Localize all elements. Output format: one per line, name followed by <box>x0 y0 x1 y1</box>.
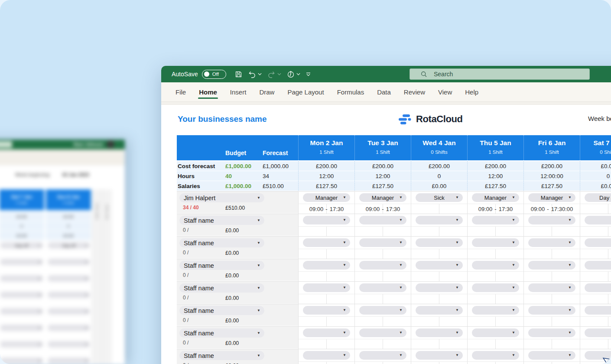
ribbon-tab-home[interactable]: Home <box>192 82 224 101</box>
shift-role-dropdown[interactable]: ▼ <box>585 216 611 224</box>
shift-end-cell[interactable] <box>496 272 524 281</box>
shift-start-cell[interactable] <box>299 294 327 304</box>
shift-end-cell[interactable] <box>496 317 524 326</box>
shift-role-dropdown[interactable]: ▼ <box>528 216 575 224</box>
shift-role-dropdown[interactable]: ▼ <box>528 283 575 292</box>
shift-role-dropdown[interactable]: ▼ <box>585 328 611 337</box>
shift-start-cell[interactable] <box>524 249 552 259</box>
staff-name-dropdown[interactable]: Staff name▼ <box>179 328 264 338</box>
staff-name-dropdown[interactable]: Staff name▼ <box>179 216 264 225</box>
shift-start-cell[interactable] <box>299 227 327 236</box>
ribbon-tab-page-layout[interactable]: Page Layout <box>281 82 330 101</box>
shift-start-cell[interactable] <box>468 362 496 364</box>
shift-start-cell[interactable] <box>299 272 327 281</box>
shift-start-cell[interactable] <box>411 272 439 281</box>
touch-mode-button[interactable] <box>287 70 300 78</box>
shift-role-dropdown[interactable]: Manager▼ <box>303 193 350 202</box>
shift-end-cell[interactable] <box>552 249 580 259</box>
ribbon-tab-view[interactable]: View <box>432 82 458 101</box>
shift-start-cell[interactable] <box>524 227 552 236</box>
shift-end-cell[interactable] <box>496 227 524 236</box>
shift-start-cell[interactable] <box>580 294 608 304</box>
shift-start-cell[interactable] <box>355 339 383 349</box>
shift-end-cell[interactable] <box>439 204 468 214</box>
shift-role-dropdown[interactable]: ▼ <box>359 238 406 247</box>
shift-end-cell[interactable] <box>552 294 580 304</box>
shift-end-cell[interactable] <box>496 294 524 304</box>
shift-end-cell[interactable] <box>327 227 355 236</box>
shift-start-cell[interactable] <box>580 317 608 326</box>
shift-role-dropdown[interactable]: ▼ <box>303 238 350 247</box>
shift-role-dropdown[interactable]: ▼ <box>585 261 611 270</box>
shift-start-cell[interactable] <box>524 362 552 364</box>
staff-name-dropdown[interactable]: Staff name▼ <box>179 261 264 270</box>
shift-end-cell[interactable] <box>439 227 468 236</box>
shift-end-cell[interactable] <box>608 362 611 364</box>
staff-name-dropdown[interactable]: Staff name▼ <box>179 306 264 315</box>
shift-end-cell[interactable] <box>439 362 468 364</box>
staff-name-dropdown[interactable]: Staff name▼ <box>179 351 264 360</box>
shift-end-cell[interactable] <box>608 317 611 326</box>
shift-role-dropdown[interactable]: ▼ <box>359 306 406 315</box>
shift-start-cell[interactable] <box>299 339 327 349</box>
shift-role-dropdown[interactable]: ▼ <box>528 306 575 315</box>
shift-role-dropdown[interactable]: ▼ <box>359 216 406 224</box>
shift-role-dropdown[interactable]: ▼ <box>359 283 406 292</box>
shift-end-cell[interactable] <box>383 294 411 304</box>
shift-end-cell[interactable] <box>552 227 580 236</box>
shift-role-dropdown[interactable]: ▼ <box>416 328 463 337</box>
shift-role-dropdown[interactable]: ▼ <box>416 283 463 292</box>
shift-start-cell[interactable] <box>468 339 496 349</box>
shift-end-cell[interactable] <box>439 317 468 326</box>
shift-role-dropdown[interactable]: ▼ <box>472 216 519 224</box>
shift-start-cell[interactable] <box>355 317 383 326</box>
shift-role-dropdown[interactable]: ▼ <box>472 351 519 360</box>
shift-role-dropdown[interactable]: ▼ <box>585 283 611 292</box>
shift-role-dropdown[interactable]: Manager▼ <box>359 193 406 202</box>
shift-role-dropdown[interactable]: ▼ <box>416 216 463 224</box>
shift-end-cell[interactable] <box>327 339 355 349</box>
shift-role-dropdown[interactable]: ▼ <box>472 261 519 270</box>
shift-role-dropdown[interactable]: ▼ <box>303 306 350 315</box>
shift-role-dropdown[interactable]: ▼ <box>528 238 575 247</box>
shift-start-cell[interactable] <box>524 317 552 326</box>
shift-end-cell[interactable] <box>608 294 611 304</box>
ribbon-tab-insert[interactable]: Insert <box>224 82 253 101</box>
shift-start-cell[interactable] <box>355 249 383 259</box>
ribbon-tab-draw[interactable]: Draw <box>253 82 281 101</box>
shift-role-dropdown[interactable]: ▼ <box>303 351 350 360</box>
shift-end-cell[interactable] <box>496 339 524 349</box>
shift-role-dropdown[interactable]: ▼ <box>359 328 406 337</box>
redo-button[interactable] <box>267 71 281 78</box>
shift-start-cell[interactable] <box>524 272 552 281</box>
shift-end-cell[interactable] <box>327 249 355 259</box>
search-box[interactable]: Search <box>410 68 590 80</box>
shift-role-dropdown[interactable]: ▼ <box>359 261 406 270</box>
shift-end-cell[interactable] <box>439 339 468 349</box>
shift-end-cell[interactable] <box>383 249 411 259</box>
staff-name-dropdown[interactable]: Staff name▼ <box>179 283 264 292</box>
business-name-title[interactable]: Your businesses name <box>178 114 267 124</box>
shift-role-dropdown[interactable]: ▼ <box>303 328 350 337</box>
shift-end-cell[interactable] <box>383 227 411 236</box>
shift-end-cell[interactable] <box>552 362 580 364</box>
staff-name-dropdown[interactable]: Staff name▼ <box>179 238 264 247</box>
shift-end-cell[interactable] <box>439 294 468 304</box>
shift-start-cell[interactable] <box>355 227 383 236</box>
save-button[interactable] <box>235 71 242 78</box>
shift-role-dropdown[interactable]: ▼ <box>472 328 519 337</box>
shift-start-cell[interactable] <box>580 204 608 214</box>
shift-role-dropdown[interactable]: ▼ <box>303 261 350 270</box>
shift-end-cell[interactable] <box>496 249 524 259</box>
shift-role-dropdown[interactable]: Manager▼ <box>472 193 519 202</box>
shift-end-cell[interactable] <box>608 204 611 214</box>
shift-end-cell[interactable] <box>608 272 611 281</box>
shift-start-cell[interactable] <box>355 362 383 364</box>
staff-name-dropdown[interactable]: Jim Halpert▼ <box>179 193 264 202</box>
shift-end-cell[interactable] <box>383 317 411 326</box>
undo-button[interactable] <box>248 71 262 78</box>
shift-start-cell[interactable] <box>524 294 552 304</box>
autosave-toggle[interactable]: Off <box>202 70 226 79</box>
shift-role-dropdown[interactable]: ▼ <box>528 261 575 270</box>
shift-role-dropdown[interactable]: ▼ <box>472 238 519 247</box>
